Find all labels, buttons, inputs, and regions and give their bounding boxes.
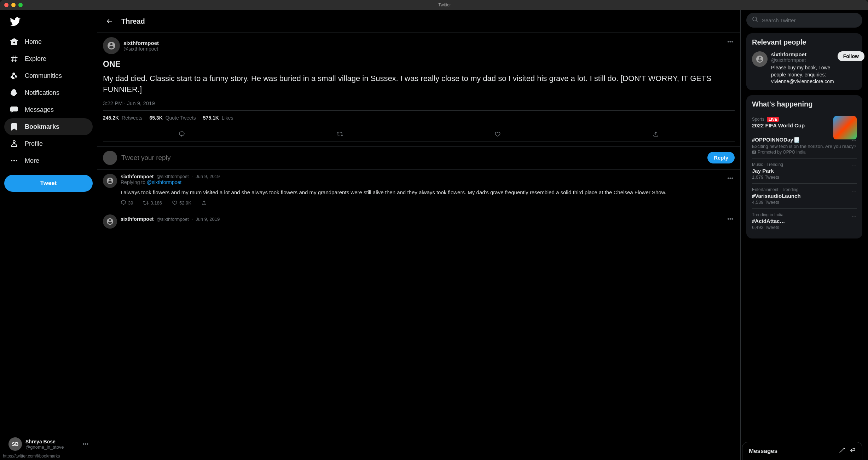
tweet-more-button[interactable]: •••: [726, 37, 735, 46]
window-minimize[interactable]: [11, 3, 16, 7]
notifications-label: Notifications: [25, 89, 59, 97]
promoted-label: Promoted by OPPO India: [752, 150, 857, 155]
reply-1-like[interactable]: 52.9K: [172, 200, 191, 206]
user-name: Shreya Bose: [25, 439, 79, 444]
tweet-content: ONE My dad died. Classic start to a funn…: [103, 58, 735, 95]
trending-name-1: 2022 FIFA World Cup: [752, 122, 828, 128]
trending-more-4[interactable]: ···: [851, 187, 857, 195]
twitter-logo[interactable]: [4, 13, 93, 32]
retweet-count: 245.2K Retweets: [103, 115, 142, 121]
author-name: sixthformpoet: [123, 40, 159, 46]
profile-label: Profile: [25, 140, 43, 148]
home-icon: [10, 38, 18, 46]
reply-1-more[interactable]: •••: [726, 174, 735, 183]
search-bar[interactable]: [746, 13, 862, 28]
main-nav: Home Explore Communities Notifications: [4, 33, 93, 169]
tweet-timestamp: 3:22 PM · Jun 9, 2019: [103, 100, 735, 106]
reply-input[interactable]: [121, 154, 703, 162]
trending-count-5: 6,492 Tweets: [752, 225, 857, 230]
main-content: Thread sixthformpoet @sixthformpoet ••• …: [97, 10, 741, 460]
back-button[interactable]: [103, 15, 116, 28]
reply-1-comment[interactable]: 39: [121, 200, 133, 206]
trending-oppo-text: Exciting new tech is on the horizon. Are…: [752, 144, 857, 149]
bookmarks-label: Bookmarks: [25, 123, 59, 131]
sidebar-item-profile[interactable]: Profile: [4, 135, 93, 152]
main-tweet: sixthformpoet @sixthformpoet ••• ONE My …: [97, 33, 740, 146]
reply-1-replying-to: Replying to @sixthformpoet: [121, 179, 220, 185]
reply-avatar-2: [103, 214, 117, 229]
search-input[interactable]: [762, 17, 857, 23]
trending-name-3: Jay Park: [752, 168, 857, 174]
reply-2-author: sixthformpoet: [121, 216, 154, 222]
trending-item-varisu[interactable]: Entertainment · Trending #VarisaudioLaun…: [752, 184, 857, 209]
sidebar-item-notifications[interactable]: Notifications: [4, 84, 93, 101]
explore-label: Explore: [25, 55, 46, 63]
sidebar-item-communities[interactable]: Communities: [4, 67, 93, 84]
retweet-action[interactable]: [332, 128, 348, 140]
relevant-people-title: Relevant people: [752, 38, 857, 46]
window-maximize[interactable]: [18, 3, 23, 7]
sidebar-item-bookmarks[interactable]: Bookmarks: [4, 118, 93, 135]
like-action[interactable]: [490, 128, 506, 140]
sidebar-item-home[interactable]: Home: [4, 33, 93, 50]
search-icon: [752, 16, 758, 24]
compose-message-button[interactable]: [839, 447, 846, 455]
reply-1-date: Jun 9, 2019: [196, 174, 220, 179]
reply-2-handle: @sixthformpoet: [156, 217, 189, 222]
tweet-actions: [103, 127, 735, 142]
bell-icon: [10, 88, 18, 97]
reply-tweet-2: sixthformpoet @sixthformpoet · Jun 9, 20…: [97, 210, 740, 233]
more-icon: [10, 156, 18, 165]
sidebar-item-explore[interactable]: Explore: [4, 50, 93, 67]
user-handle: @gnome_in_stove: [25, 444, 79, 450]
sidebar-item-messages[interactable]: Messages: [4, 101, 93, 118]
reply-action[interactable]: [174, 128, 190, 140]
trending-item-jaypark[interactable]: Music · Trending Jay Park 1,679 Tweets ·…: [752, 159, 857, 184]
profile-name: sixthformpoet: [771, 51, 834, 57]
reply-2-more[interactable]: •••: [726, 214, 735, 224]
profile-card-avatar: [752, 51, 768, 67]
share-action[interactable]: [648, 128, 664, 140]
trending-more-3[interactable]: ···: [851, 162, 857, 169]
trending-category-5: Trending in India: [752, 212, 857, 217]
quote-tweet-count: 65.3K Quote Tweets: [149, 115, 196, 121]
reply-1-author: sixthformpoet: [121, 174, 154, 179]
trending-item-oppo[interactable]: #OPPOINNODay🗒️ Exciting new tech is on t…: [752, 133, 857, 159]
messages-icon: [10, 105, 18, 114]
thread-header: Thread: [97, 10, 740, 33]
reply-1-retweet[interactable]: 3,186: [143, 200, 162, 206]
trending-more-2[interactable]: ···: [851, 137, 857, 144]
explore-icon: [10, 54, 18, 63]
trending-category-3: Music · Trending: [752, 162, 857, 167]
likes-count: 575.1K Likes: [203, 115, 233, 121]
whats-happening-section: What's happening Sports LIVE 2022 FIFA W…: [746, 95, 862, 238]
follow-button[interactable]: Follow: [838, 51, 864, 61]
window-close[interactable]: [4, 3, 8, 7]
user-account[interactable]: SB Shreya Bose @gnome_in_stove •••: [4, 434, 93, 454]
profile-card: sixthformpoet @sixthformpoet Please buy …: [752, 51, 857, 85]
trending-name-4: #VarisaudioLaunch: [752, 193, 857, 199]
trending-name-5: #AcidAttac…: [752, 218, 857, 224]
reply-button[interactable]: Reply: [707, 152, 735, 163]
trending-more-5[interactable]: ···: [851, 212, 857, 220]
trending-item-fifa[interactable]: Sports LIVE 2022 FIFA World Cup: [752, 113, 857, 133]
messages-bar-title: Messages: [749, 448, 839, 455]
reply-input-row: Reply: [97, 146, 740, 169]
sidebar-item-more[interactable]: More: [4, 152, 93, 169]
reply-1-share[interactable]: [201, 200, 207, 206]
window-title: Twitter: [25, 2, 864, 7]
profile-handle: @sixthformpoet: [771, 57, 834, 63]
trending-item-acid[interactable]: Trending in India #AcidAttac… 6,492 Twee…: [752, 209, 857, 234]
profile-bio: Please buy my book, I owe people money. …: [771, 64, 834, 85]
profile-icon: [10, 139, 18, 148]
tweet-button[interactable]: Tweet: [4, 175, 93, 192]
trending-name-2: #OPPOINNODay🗒️: [752, 137, 857, 143]
trending-category-1: Sports LIVE: [752, 117, 828, 122]
communities-icon: [10, 71, 18, 80]
thread-title: Thread: [121, 17, 145, 25]
tweet-avatar: [103, 37, 120, 54]
collapse-messages-button[interactable]: [849, 447, 856, 455]
trending-count-4: 4,539 Tweets: [752, 200, 857, 205]
whats-happening-title: What's happening: [752, 100, 857, 108]
more-label: More: [25, 157, 39, 165]
